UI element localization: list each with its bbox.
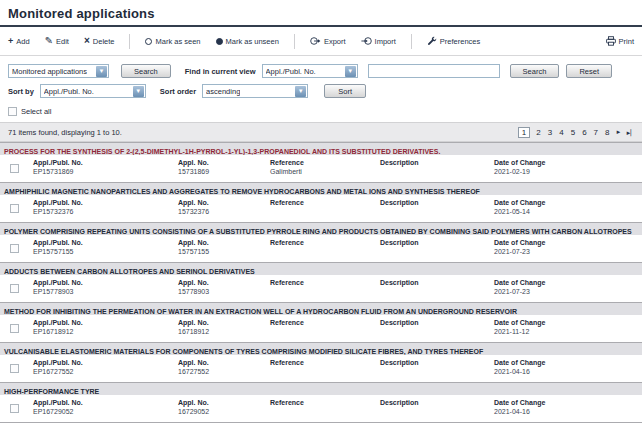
- select-all-label: Select all: [21, 107, 51, 116]
- wrench-icon: [427, 36, 437, 46]
- sort-by-label: Sort by: [8, 87, 34, 96]
- pencil-icon: ✎: [45, 36, 53, 46]
- item-checkbox[interactable]: [10, 284, 19, 293]
- page-link[interactable]: 2: [535, 128, 541, 137]
- item-checkbox[interactable]: [10, 204, 19, 213]
- application-title-link[interactable]: HIGH-PERFORMANCE TYRE: [4, 388, 99, 395]
- results-summary-bar: 71 items found, displaying 1 to 10. 1234…: [0, 122, 642, 142]
- page-link[interactable]: 4: [558, 128, 564, 137]
- column-label-appl-no: Appl. No.: [178, 278, 270, 287]
- sort-order-select[interactable]: ascending ▼: [202, 84, 308, 98]
- sort-by-select[interactable]: Appl./Publ. No. ▼: [40, 84, 146, 98]
- date-of-change-value: 2021-05-14: [494, 207, 642, 216]
- view-select[interactable]: Monitored applications ▼: [8, 64, 109, 78]
- appl-publ-no-value: EP15757155: [33, 247, 178, 256]
- date-of-change-value: 2021-11-12: [494, 327, 642, 336]
- application-item: AMPHIPHILIC MAGNETIC NANOPARTICLES AND A…: [0, 182, 642, 222]
- application-title-bar: ADDUCTS BETWEEN CARBON ALLOTROPES AND SE…: [0, 262, 642, 275]
- appl-no-cell: Appl. No. 16727552: [178, 358, 270, 377]
- appl-no-cell: Appl. No. 16729052: [178, 398, 270, 417]
- application-title-link[interactable]: VULCANISABLE ELASTOMERIC MATERIALS FOR C…: [4, 348, 483, 355]
- page-link[interactable]: 6: [581, 128, 587, 137]
- application-title-link[interactable]: PROCESS FOR THE SYNTHESIS OF 2-(2,5-DIME…: [4, 148, 440, 155]
- chevron-down-icon: ▼: [295, 86, 306, 97]
- application-item: HIGH-PERFORMANCE TYRE Appl./Publ. No. EP…: [0, 382, 642, 422]
- import-button[interactable]: Import: [361, 36, 396, 46]
- toolbar-separator: [411, 34, 412, 49]
- applications-list: PROCESS FOR THE SYNTHESIS OF 2-(2,5-DIME…: [0, 142, 642, 423]
- find-input[interactable]: [368, 64, 500, 78]
- reference-cell: Reference: [270, 198, 380, 217]
- sort-order-label: Sort order: [160, 87, 196, 96]
- export-button[interactable]: Export: [310, 36, 346, 46]
- application-title-link[interactable]: METHOD FOR INHIBITING THE PERMEATION OF …: [4, 308, 517, 315]
- application-title-link[interactable]: POLYMER COMPRISING REPEATING UNITS CONSI…: [4, 228, 632, 235]
- field-select[interactable]: Appl./Publ. No. ▼: [262, 64, 358, 78]
- column-label-reference: Reference: [270, 198, 380, 207]
- find-in-view-label: Find in current view: [185, 67, 256, 76]
- date-of-change-value: 2021-02-19: [494, 167, 642, 176]
- item-checkbox[interactable]: [10, 164, 19, 173]
- toolbar-separator: [294, 34, 295, 49]
- chevron-down-icon: ▼: [345, 66, 356, 77]
- appl-publ-no-value: EP15731869: [33, 167, 178, 176]
- last-page-icon[interactable]: ►▏: [625, 129, 634, 136]
- application-title-link[interactable]: ADDUCTS BETWEEN CARBON ALLOTROPES AND SE…: [4, 268, 255, 275]
- column-label-date-of-change: Date of Change: [494, 358, 642, 367]
- page-link[interactable]: 5: [570, 128, 576, 137]
- page-link[interactable]: 8: [604, 128, 610, 137]
- page-link[interactable]: 1: [518, 127, 530, 138]
- description-cell: Description: [380, 238, 494, 257]
- next-page-icon[interactable]: ►: [615, 129, 620, 135]
- view-select-value: Monitored applications: [12, 67, 87, 76]
- page-link[interactable]: 7: [593, 128, 599, 137]
- reset-button[interactable]: Reset: [566, 64, 612, 78]
- column-label-date-of-change: Date of Change: [494, 198, 642, 207]
- sort-row: Sort by Appl./Publ. No. ▼ Sort order asc…: [8, 84, 634, 98]
- column-label-appl-publ-no: Appl./Publ. No.: [33, 278, 178, 287]
- item-checkbox[interactable]: [10, 244, 19, 253]
- date-of-change-cell: Date of Change 2021-05-14: [494, 198, 642, 217]
- appl-no-cell: Appl. No. 15731869: [178, 158, 270, 177]
- reference-cell: Reference: [270, 398, 380, 417]
- print-button-label: Print: [619, 37, 634, 46]
- chevron-down-icon: ▼: [133, 86, 144, 97]
- edit-button[interactable]: ✎ Edit: [45, 36, 69, 46]
- column-label-date-of-change: Date of Change: [494, 278, 642, 287]
- description-cell: Description: [380, 398, 494, 417]
- select-all-checkbox[interactable]: [8, 107, 17, 116]
- column-label-appl-no: Appl. No.: [178, 158, 270, 167]
- page-link[interactable]: 3: [547, 128, 553, 137]
- item-checkbox[interactable]: [10, 364, 19, 373]
- print-button[interactable]: Print: [606, 36, 634, 46]
- sort-button[interactable]: Sort: [324, 84, 366, 98]
- appl-no-value: 15757155: [178, 247, 270, 256]
- application-title-link[interactable]: AMPHIPHILIC MAGNETIC NANOPARTICLES AND A…: [4, 188, 480, 195]
- toolbar: + Add ✎ Edit × Delete Mark as seen Mark …: [0, 27, 642, 56]
- edit-button-label: Edit: [56, 37, 69, 46]
- application-detail-row: Appl./Publ. No. EP16729052 Appl. No. 167…: [0, 395, 642, 422]
- column-label-description: Description: [380, 238, 494, 247]
- delete-button[interactable]: × Delete: [84, 36, 115, 46]
- view-search-button[interactable]: Search: [121, 64, 171, 78]
- preferences-button[interactable]: Preferences: [427, 36, 480, 46]
- mark-as-seen-button[interactable]: Mark as seen: [145, 37, 200, 46]
- application-detail-row: Appl./Publ. No. EP15732376 Appl. No. 157…: [0, 195, 642, 222]
- appl-publ-no-cell: Appl./Publ. No. EP16718912: [33, 318, 178, 337]
- application-detail-row: Appl./Publ. No. EP15731869 Appl. No. 157…: [0, 155, 642, 182]
- column-label-reference: Reference: [270, 278, 380, 287]
- item-checkbox[interactable]: [10, 404, 19, 413]
- add-button[interactable]: + Add: [8, 37, 30, 46]
- sort-by-value: Appl./Publ. No.: [44, 87, 94, 96]
- delete-icon: ×: [84, 36, 90, 46]
- column-label-appl-publ-no: Appl./Publ. No.: [33, 198, 178, 207]
- appl-no-cell: Appl. No. 15778903: [178, 278, 270, 297]
- find-search-button[interactable]: Search: [510, 64, 560, 78]
- appl-publ-no-cell: Appl./Publ. No. EP15731869: [33, 158, 178, 177]
- column-label-reference: Reference: [270, 318, 380, 327]
- date-of-change-value: 2021-04-16: [494, 407, 642, 416]
- item-checkbox-cell: [0, 398, 33, 417]
- item-checkbox[interactable]: [10, 324, 19, 333]
- mark-as-unseen-button[interactable]: Mark as unseen: [216, 37, 279, 46]
- column-label-description: Description: [380, 198, 494, 207]
